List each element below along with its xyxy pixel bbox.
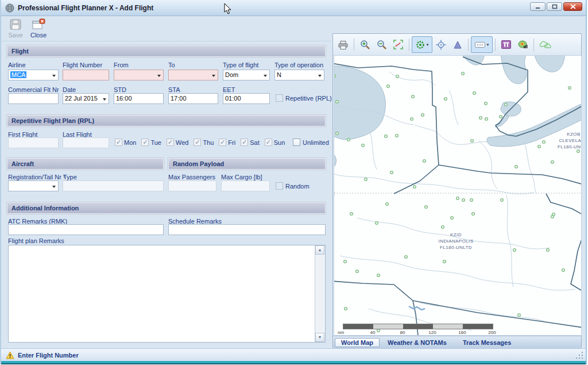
random-checkbox[interactable]: Random <box>276 182 310 190</box>
airport-marker <box>562 269 565 272</box>
chevron-down-icon[interactable] <box>52 75 56 77</box>
zoom-out-button[interactable] <box>373 36 390 53</box>
last-flight-input[interactable] <box>63 137 109 148</box>
atc-remarks-input[interactable] <box>8 224 164 235</box>
day-checkbox-mon[interactable]: Mon <box>115 139 136 146</box>
chevron-down-icon[interactable] <box>264 75 267 77</box>
zoom-to-route-button[interactable] <box>390 36 407 53</box>
airport-marker <box>471 140 474 143</box>
chevron-down-icon[interactable] <box>212 75 215 77</box>
maximize-button[interactable] <box>547 2 562 11</box>
flight-plan-remarks-textarea[interactable]: ▲ ▼ <box>8 245 326 343</box>
registration-label: Registration/Tail Nr ¹ <box>8 174 65 180</box>
airport-marker <box>377 329 380 332</box>
airport-marker <box>442 226 444 229</box>
clouds-button[interactable] <box>536 36 553 53</box>
schedule-remarks-input[interactable] <box>168 224 326 235</box>
airport-marker <box>413 186 416 189</box>
type-of-operation-combobox[interactable]: N <box>274 70 324 80</box>
airport-marker <box>396 135 399 137</box>
airport-marker <box>336 101 339 103</box>
flight-number-input[interactable] <box>63 70 109 80</box>
tab-track-messages[interactable]: Track Messages <box>455 338 519 347</box>
checkbox-checked-icon <box>265 139 272 146</box>
airport-marker <box>485 118 488 121</box>
first-flight-input[interactable] <box>8 137 59 148</box>
date-combobox[interactable]: 22 Jul 2015 <box>63 93 109 104</box>
minimize-button[interactable] <box>530 2 546 11</box>
toolbar-separator <box>468 39 469 51</box>
airport-marker <box>411 118 413 121</box>
airport-marker <box>347 139 350 141</box>
eet-input[interactable]: 01:00 <box>223 93 270 104</box>
zoom-to-route-icon <box>393 39 404 50</box>
chevron-down-icon[interactable] <box>52 186 56 188</box>
parallels-grid-button[interactable] <box>498 36 514 53</box>
textarea-scrollbar[interactable]: ▲ ▼ <box>315 245 325 342</box>
airport-marker <box>501 199 504 202</box>
unlimited-checkbox[interactable]: Unlimited <box>293 139 329 146</box>
airport-marker <box>365 178 368 181</box>
flight-number-label: Flight Number <box>63 62 102 68</box>
scroll-up-arrow-icon[interactable]: ▲ <box>315 245 324 255</box>
section-header-random-payload: Random Payload <box>168 158 326 170</box>
airport-marker <box>334 75 335 78</box>
checkbox-checked-icon <box>241 139 248 146</box>
repetitive-rpl-checkbox[interactable]: Repetitive (RPL) <box>276 94 332 102</box>
std-input[interactable]: 16:00 <box>114 93 164 104</box>
day-checkbox-sat[interactable]: Sat <box>241 139 260 146</box>
close-button[interactable]: Close <box>28 17 49 40</box>
airport-marker <box>552 213 555 216</box>
date-value: 22 Jul 2015 <box>65 95 98 102</box>
max-cargo-label: Max Cargo [lb] <box>221 174 262 180</box>
day-checkbox-sun[interactable]: Sun <box>265 139 285 146</box>
chevron-down-icon[interactable] <box>157 75 161 77</box>
scale-segment <box>403 324 433 329</box>
zoom-in-icon <box>359 39 371 51</box>
map-tab-bar: World Map Weather & NOTAMs Track Message… <box>333 336 581 348</box>
aircraft-type-input[interactable] <box>63 180 164 191</box>
tab-world-map[interactable]: World Map <box>335 338 380 347</box>
close-window-button[interactable] <box>563 2 582 11</box>
zoom-in-button[interactable] <box>357 36 373 53</box>
map-labels-button[interactable]: ▼ <box>471 36 493 53</box>
sta-input[interactable]: 17:00 <box>168 93 218 104</box>
max-passengers-input[interactable] <box>168 180 216 191</box>
registration-combobox[interactable] <box>8 180 59 191</box>
day-checkbox-fri[interactable]: Fri <box>219 139 235 146</box>
to-combobox[interactable] <box>168 70 218 80</box>
app-globe-icon <box>5 3 14 13</box>
max-cargo-input[interactable] <box>221 180 270 191</box>
center-map-button[interactable] <box>432 36 449 53</box>
scroll-down-arrow-icon[interactable]: ▼ <box>315 333 324 342</box>
aircraft-triangle-icon <box>452 40 463 49</box>
map-canvas[interactable]: KZOB CLEVELAND FL180-UNLTD KZID INDIANAP… <box>334 56 582 336</box>
airline-combobox[interactable]: MCA <box>8 70 59 80</box>
save-button[interactable]: Save <box>5 17 26 40</box>
airport-marker <box>412 95 415 98</box>
title-bar[interactable]: Professional Flight Planner X - Add Flig… <box>1 0 586 16</box>
airport-marker <box>479 117 482 120</box>
from-label: From <box>114 62 129 68</box>
commercial-flt-nr-input[interactable] <box>8 93 59 104</box>
from-combobox[interactable] <box>114 70 164 80</box>
map-settings-button[interactable]: ▼ <box>412 36 432 53</box>
day-checkbox-tue[interactable]: Tue <box>141 139 161 146</box>
airport-marker <box>451 217 454 220</box>
type-of-flight-combobox[interactable]: Dom <box>223 70 270 80</box>
aircraft-symbol-button[interactable] <box>449 36 466 53</box>
airport-marker <box>538 145 541 148</box>
day-checkbox-thu[interactable]: Thu <box>194 139 214 146</box>
chevron-down-icon[interactable] <box>318 75 322 77</box>
day-checkbox-wed[interactable]: Wed <box>167 139 188 146</box>
mouse-cursor <box>224 3 232 15</box>
type-of-operation-value: N <box>277 71 281 78</box>
tab-weather-notams[interactable]: Weather & NOTAMs <box>380 338 455 347</box>
print-button[interactable] <box>335 36 351 53</box>
day-label: Fri <box>228 139 235 146</box>
airport-marker <box>387 85 390 88</box>
weather-radar-button[interactable] <box>514 36 531 53</box>
chevron-down-icon[interactable] <box>103 98 106 101</box>
checkbox-checked-icon <box>167 139 174 146</box>
resize-grip[interactable] <box>576 351 584 359</box>
